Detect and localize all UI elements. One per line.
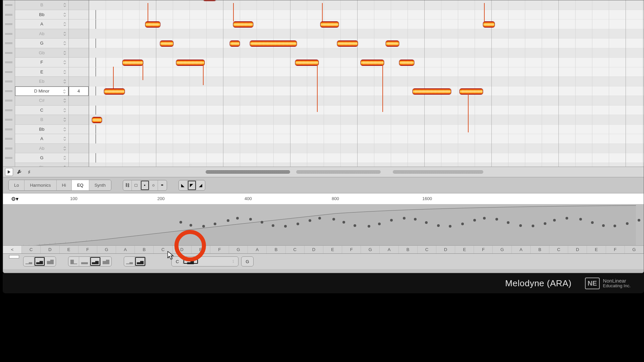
eq-node[interactable] — [579, 218, 582, 221]
pitch-row[interactable]: Gb — [15, 48, 68, 58]
note-blob[interactable] — [295, 60, 319, 66]
pitch-row[interactable]: B — [15, 115, 68, 125]
scroll-left-button[interactable]: < — [3, 246, 22, 253]
eq-node[interactable] — [602, 224, 605, 227]
bars-mid-icon[interactable]: ▃▅ — [34, 257, 45, 266]
eq-node[interactable] — [227, 219, 229, 222]
eq-node[interactable] — [261, 221, 263, 224]
key-F[interactable]: F — [474, 246, 493, 253]
chevron-updown-icon[interactable] — [63, 41, 66, 45]
note-selector[interactable]: C ▃▅ ⟟ — [171, 256, 238, 266]
note-blob[interactable] — [203, 0, 216, 1]
key-E[interactable]: E — [587, 246, 606, 253]
key-G[interactable]: G — [229, 246, 248, 253]
note-blob[interactable] — [122, 60, 143, 66]
note-blob[interactable] — [337, 41, 358, 47]
key-A[interactable]: A — [512, 246, 531, 253]
key-F[interactable]: F — [342, 246, 361, 253]
pitch-row[interactable]: Bb — [15, 125, 68, 134]
pitch-row[interactable]: Ab — [15, 29, 68, 39]
eq-node[interactable] — [591, 221, 594, 224]
play-icon[interactable] — [5, 168, 13, 176]
key-B[interactable]: B — [531, 246, 549, 253]
key-G[interactable]: G — [97, 246, 116, 253]
note-blob[interactable] — [145, 21, 160, 27]
eq-node[interactable] — [272, 224, 274, 227]
key-D[interactable]: D — [568, 246, 587, 253]
pitch-row[interactable]: D Minor — [15, 86, 68, 96]
key-A[interactable]: A — [248, 246, 267, 253]
note-blob[interactable] — [361, 60, 384, 66]
sharp-icon[interactable]: ♯ — [25, 168, 33, 176]
note-blob[interactable] — [92, 117, 102, 123]
key-A[interactable]: A — [380, 246, 398, 253]
key-C[interactable]: C — [549, 246, 568, 253]
eq-node[interactable] — [179, 221, 182, 224]
key-A[interactable]: A — [116, 246, 135, 253]
note-reset-icon[interactable]: ⟟ — [228, 259, 238, 264]
bars2-d-icon[interactable]: ▅▇ — [101, 257, 111, 266]
overview-waveform[interactable] — [37, 170, 640, 174]
bars2-c-icon[interactable]: ▃▅ — [90, 257, 101, 266]
pitch-row[interactable]: A — [15, 134, 68, 144]
chevron-updown-icon[interactable] — [63, 108, 66, 112]
chevron-updown-icon[interactable] — [63, 32, 66, 36]
note-blob[interactable] — [233, 21, 253, 27]
note-blob[interactable] — [176, 60, 205, 66]
key-G[interactable]: G — [361, 246, 380, 253]
bars2-b-icon[interactable]: ▃▃ — [79, 257, 90, 266]
chevron-updown-icon[interactable] — [63, 89, 66, 94]
bars3-b-icon[interactable]: ▃▅ — [135, 257, 146, 266]
key-F[interactable]: F — [210, 246, 229, 253]
note-blob[interactable] — [413, 88, 451, 95]
key-E[interactable]: E — [455, 246, 474, 253]
tab-harmonics[interactable]: Harmonics — [24, 180, 56, 190]
tab-eq[interactable]: EQ — [72, 180, 89, 190]
eq-node[interactable] — [354, 224, 356, 227]
note-blob[interactable] — [483, 21, 495, 27]
root-selector[interactable]: G — [241, 256, 253, 266]
key-C[interactable]: C — [286, 246, 305, 253]
key-D[interactable]: D — [305, 246, 323, 253]
pitch-row[interactable]: B — [15, 0, 68, 10]
key-F[interactable]: F — [606, 246, 625, 253]
key-B[interactable]: B — [399, 246, 418, 253]
corner-icon[interactable]: ◤ — [187, 180, 196, 190]
chevron-updown-icon[interactable] — [63, 51, 66, 55]
gear-icon[interactable]: ⚙︎▾ — [11, 196, 18, 202]
chevron-updown-icon[interactable] — [63, 70, 66, 74]
key-C[interactable]: C — [418, 246, 436, 253]
eq-node[interactable] — [449, 225, 451, 228]
key-E[interactable]: E — [60, 246, 78, 253]
eq-node[interactable] — [284, 225, 287, 228]
bars-low-icon[interactable]: ▁▃ — [23, 257, 34, 266]
chevron-updown-icon[interactable] — [63, 99, 66, 103]
eq-node[interactable] — [519, 224, 522, 227]
chevron-updown-icon[interactable] — [63, 13, 66, 17]
note-blob[interactable] — [399, 60, 414, 66]
bars2-a-icon[interactable]: ▇▁ — [68, 257, 79, 266]
bars-high-icon[interactable]: ▅▇ — [45, 257, 56, 266]
link-icon[interactable]: ⛓ — [123, 180, 132, 190]
chain-icon[interactable]: ⚭ — [158, 180, 167, 190]
pitch-row[interactable]: F — [15, 58, 68, 67]
keyboard-strip[interactable]: < CDEFGABCDEFGABCDEFGABCDEFGABCDEFG — [3, 245, 644, 253]
pitch-row[interactable]: Ab — [15, 144, 68, 154]
key-D[interactable]: D — [436, 246, 455, 253]
key-G[interactable]: G — [625, 246, 644, 253]
eq-node[interactable] — [483, 217, 486, 220]
eq-node[interactable] — [638, 219, 640, 222]
eq-node[interactable] — [414, 218, 417, 221]
eq-node[interactable] — [214, 223, 216, 225]
note-blob[interactable] — [460, 88, 483, 95]
pitch-row[interactable]: C — [15, 106, 68, 115]
chevron-updown-icon[interactable] — [63, 137, 66, 141]
eq-node[interactable] — [425, 221, 428, 224]
chevron-updown-icon[interactable] — [63, 127, 66, 131]
chevron-updown-icon[interactable] — [63, 118, 66, 122]
drag-handle-column[interactable] — [3, 0, 15, 167]
chevron-updown-icon[interactable] — [63, 156, 66, 160]
pitch-grid[interactable] — [89, 0, 644, 167]
pitch-row[interactable]: C# — [15, 96, 68, 106]
eq-node[interactable] — [507, 221, 509, 224]
